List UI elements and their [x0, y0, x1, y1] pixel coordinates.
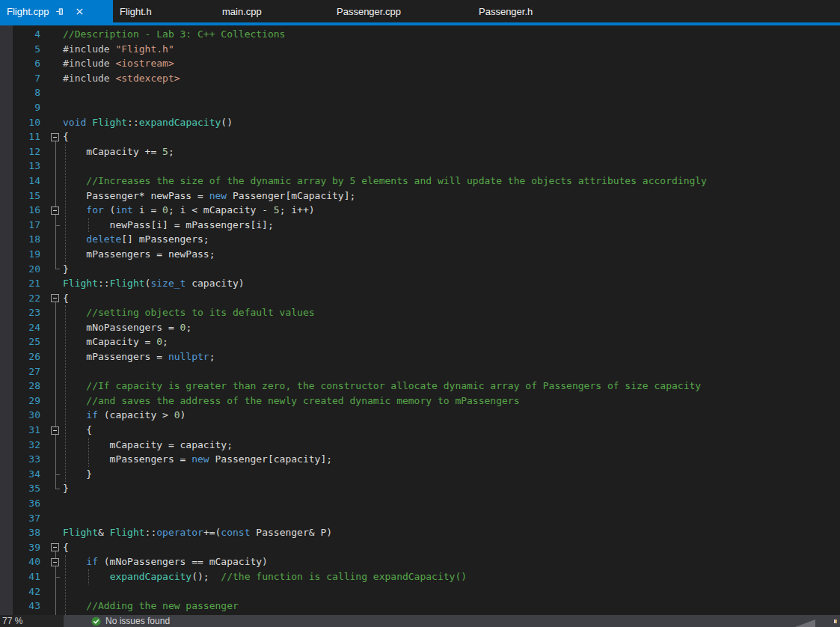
code-area[interactable]: 4//Description - Lab 3: C++ Collections5…	[0, 27, 840, 615]
code-line[interactable]: 36	[0, 496, 840, 511]
health-indicator[interactable]: No issues found	[91, 616, 170, 627]
line-number[interactable]: 40	[0, 554, 40, 569]
code-line[interactable]: 30 if (capacity > 0)	[0, 408, 840, 423]
line-number[interactable]: 9	[0, 100, 40, 115]
line-number[interactable]: 23	[0, 305, 40, 320]
line-number[interactable]: 4	[0, 27, 40, 42]
fold-collapse-button[interactable]	[51, 294, 59, 302]
line-number[interactable]: 14	[0, 174, 40, 189]
line-number[interactable]: 33	[0, 452, 40, 467]
code-line[interactable]: 40 if (mNoPassengers == mCapacity)	[0, 554, 840, 569]
line-number[interactable]: 26	[0, 349, 40, 364]
line-number[interactable]: 42	[0, 584, 40, 599]
code-line[interactable]: 22{	[0, 291, 840, 306]
code-line[interactable]: 28 //If capacity is greater than zero, t…	[0, 379, 840, 394]
splitter-grip[interactable]	[795, 620, 815, 627]
fold-collapse-button[interactable]	[51, 207, 59, 215]
code-line[interactable]: 24 mNoPassengers = 0;	[0, 320, 840, 335]
line-number[interactable]: 19	[0, 247, 40, 262]
code-line[interactable]: 8	[0, 85, 840, 100]
code-line[interactable]: 9	[0, 100, 840, 115]
code-text: mPassengers = nullptr;	[63, 349, 215, 364]
code-line[interactable]: 14 //Increases the size of the dynamic a…	[0, 174, 840, 189]
line-number[interactable]: 31	[0, 423, 40, 438]
code-line[interactable]: 11{	[0, 129, 840, 144]
tab-flight-h[interactable]: Flight.h	[113, 0, 215, 22]
code-line[interactable]: 39{	[0, 540, 840, 555]
fold-collapse-button[interactable]	[51, 426, 59, 435]
outline-connector-corner	[55, 577, 60, 578]
line-number[interactable]: 17	[0, 218, 40, 233]
code-line[interactable]: 32 mCapacity = capacity;	[0, 438, 840, 453]
line-number[interactable]: 24	[0, 320, 40, 335]
fold-collapse-button[interactable]	[51, 133, 59, 141]
line-number[interactable]: 28	[0, 379, 40, 394]
zoom-control[interactable]: 77 %	[0, 615, 64, 627]
code-line[interactable]: 25 mCapacity = 0;	[0, 334, 840, 349]
pin-icon[interactable]	[52, 3, 68, 19]
code-line[interactable]: 16 for (int i = 0; i < mCapacity - 5; i+…	[0, 203, 840, 218]
code-line[interactable]: 15 Passenger* newPass = new Passenger[mC…	[0, 189, 840, 204]
code-line[interactable]: 13	[0, 159, 840, 174]
code-line[interactable]: 29 //and saves the address of the newly …	[0, 394, 840, 409]
code-line[interactable]: 20}	[0, 262, 840, 277]
line-number[interactable]: 15	[0, 189, 40, 204]
line-number[interactable]: 30	[0, 408, 40, 423]
line-number[interactable]: 13	[0, 159, 40, 174]
code-line[interactable]: 23 //setting objects to its default valu…	[0, 305, 840, 320]
line-number[interactable]: 8	[0, 85, 40, 100]
code-line[interactable]: 4//Description - Lab 3: C++ Collections	[0, 27, 840, 42]
line-number[interactable]: 34	[0, 467, 40, 482]
fold-collapse-button[interactable]	[51, 543, 59, 551]
line-number[interactable]: 20	[0, 262, 40, 277]
line-number[interactable]: 38	[0, 525, 40, 540]
tab-passenger-cpp[interactable]: Passenger.cpp	[330, 0, 472, 22]
tab-flight-cpp[interactable]: Flight.cpp	[0, 0, 113, 22]
line-number[interactable]: 27	[0, 364, 40, 379]
line-number[interactable]: 36	[0, 496, 40, 511]
line-number[interactable]: 10	[0, 115, 40, 130]
line-number[interactable]: 11	[0, 129, 40, 144]
line-number[interactable]: 18	[0, 232, 40, 247]
line-number[interactable]: 32	[0, 438, 40, 453]
line-number[interactable]: 29	[0, 394, 40, 409]
code-editor[interactable]: 4//Description - Lab 3: C++ Collections5…	[0, 25, 840, 615]
code-line[interactable]: 38Flight& Flight::operator+=(const Passe…	[0, 525, 840, 540]
code-line[interactable]: 7#include <stdexcept>	[0, 71, 840, 86]
line-number[interactable]: 5	[0, 42, 40, 57]
line-number[interactable]: 16	[0, 203, 40, 218]
code-line[interactable]: 27	[0, 364, 840, 379]
code-line[interactable]: 26 mPassengers = nullptr;	[0, 349, 840, 364]
code-line[interactable]: 33 mPassengers = new Passenger[capacity]…	[0, 452, 840, 467]
code-line[interactable]: 18 delete[] mPassengers;	[0, 232, 840, 247]
code-line[interactable]: 6#include <iostream>	[0, 56, 840, 71]
code-line[interactable]: 10void Flight::expandCapacity()	[0, 115, 840, 130]
line-number[interactable]: 35	[0, 481, 40, 496]
code-line[interactable]: 21Flight::Flight(size_t capacity)	[0, 276, 840, 291]
line-number[interactable]: 22	[0, 291, 40, 306]
line-number[interactable]: 41	[0, 569, 40, 584]
code-line[interactable]: 41 expandCapacity(); //the function is c…	[0, 569, 840, 584]
code-line[interactable]: 19 mPassengers = newPass;	[0, 247, 840, 262]
line-number[interactable]: 12	[0, 144, 40, 159]
close-icon[interactable]	[71, 3, 88, 19]
code-line[interactable]: 37	[0, 511, 840, 526]
line-number[interactable]: 43	[0, 599, 40, 614]
code-line[interactable]: 35}	[0, 481, 840, 496]
line-number[interactable]: 7	[0, 71, 40, 86]
fold-collapse-button[interactable]	[51, 558, 59, 566]
code-line[interactable]: 43 //Adding the new passenger	[0, 599, 840, 614]
code-line[interactable]: 17 newPass[i] = mPassengers[i];	[0, 218, 840, 233]
code-line[interactable]: 34 }	[0, 467, 840, 482]
line-number[interactable]: 39	[0, 540, 40, 555]
line-number[interactable]: 21	[0, 276, 40, 291]
tab-main-cpp[interactable]: main.cpp	[215, 0, 330, 22]
code-line[interactable]: 12 mCapacity += 5;	[0, 144, 840, 159]
code-line[interactable]: 42	[0, 584, 840, 599]
tab-passenger-h[interactable]: Passenger.h	[472, 0, 592, 22]
line-number[interactable]: 37	[0, 511, 40, 526]
line-number[interactable]: 6	[0, 56, 40, 71]
code-line[interactable]: 31 {	[0, 423, 840, 438]
line-number[interactable]: 25	[0, 334, 40, 349]
code-line[interactable]: 5#include "Flight.h"	[0, 42, 840, 57]
